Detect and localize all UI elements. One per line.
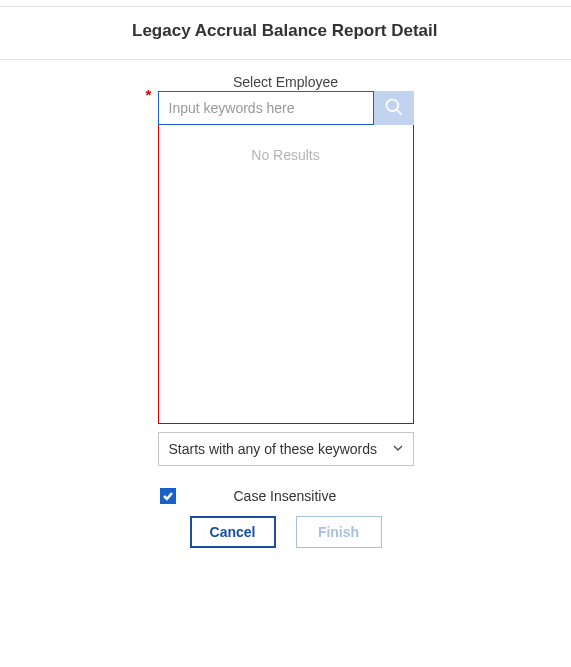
finish-button[interactable]: Finish xyxy=(296,516,382,548)
search-row xyxy=(158,91,414,125)
svg-line-1 xyxy=(396,109,401,114)
search-button[interactable] xyxy=(374,91,414,125)
no-results-text: No Results xyxy=(159,147,413,163)
cancel-button[interactable]: Cancel xyxy=(190,516,276,548)
results-list: No Results xyxy=(158,124,414,424)
employee-field-label: Select Employee xyxy=(158,74,414,90)
search-icon xyxy=(384,97,404,120)
case-insensitive-checkbox[interactable] xyxy=(160,488,176,504)
required-indicator: * xyxy=(146,86,152,103)
case-insensitive-row: Case Insensitive xyxy=(158,488,414,504)
keyword-filter-select[interactable]: Starts with any of these keywords xyxy=(158,432,414,466)
action-buttons: Cancel Finish xyxy=(190,516,382,548)
svg-point-0 xyxy=(386,99,398,111)
case-insensitive-label: Case Insensitive xyxy=(234,488,337,504)
employee-search-input[interactable] xyxy=(158,91,374,125)
form-area: * Select Employee No Results Starts with… xyxy=(0,60,571,548)
keyword-filter-wrap: Starts with any of these keywords xyxy=(158,432,414,466)
page-header: Legacy Accrual Balance Report Detail xyxy=(0,7,571,60)
employee-field-group: * Select Employee No Results xyxy=(158,74,414,424)
page-title: Legacy Accrual Balance Report Detail xyxy=(0,21,571,41)
